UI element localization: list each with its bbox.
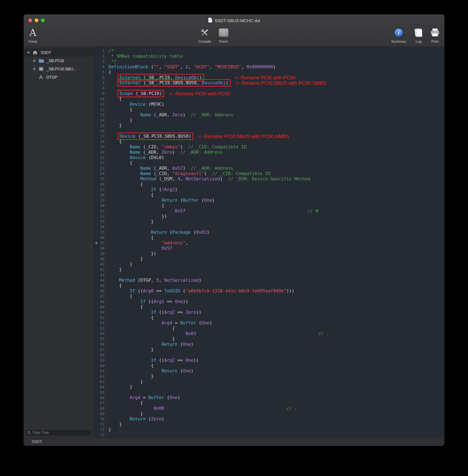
close-button[interactable] <box>28 18 32 22</box>
line-number: 2 <box>94 54 106 59</box>
code-text: Name (_ADR, Zero) // _ADR: Address <box>108 112 233 118</box>
line-number: 34 <box>94 224 106 230</box>
line-number: 32 <box>94 214 106 219</box>
code-text: If ((Arg2 == One)) <box>108 358 199 363</box>
toolbar-print-label: Print <box>430 40 440 44</box>
line-number: 39 <box>94 251 106 256</box>
rename-annotation: <- Rename PCI0 with PC00 <box>235 75 295 80</box>
code-line: 66 Arg4 = Buffer (One) <box>94 395 444 400</box>
toolbar-patch-button[interactable]: ⚙ Patch <box>219 26 228 44</box>
code-text: Return (One) <box>108 342 193 347</box>
disclosure-right-icon[interactable] <box>34 67 36 71</box>
code-line: 65 <box>94 390 444 395</box>
sidebar-item-sb-pci0[interactable]: _SB.PCI0 <box>24 57 93 65</box>
line-number: 47 <box>94 294 106 299</box>
code-text: "address", <box>108 240 188 246</box>
code-line: 21 Device (DVL0) <box>94 155 444 160</box>
code-line: 59 If ((Arg2 == One)) <box>94 358 444 363</box>
line-number: 6 <box>94 75 106 80</box>
sidebar-item-ssdt[interactable]: SSDT <box>24 48 93 57</box>
code-line: 58 <box>94 352 444 358</box>
code-line: 52 Arg4 = Buffer (One) <box>94 320 444 326</box>
code-text: Name (_ADR, 0x57) // _ADR: Address <box>108 165 233 171</box>
folder-icon <box>39 59 44 63</box>
line-number: 43 <box>94 272 106 278</box>
code-line: 71 } <box>94 422 444 427</box>
code-line: 46 If ((Arg0 == ToUUID ("a0b5b7c6-1318-4… <box>94 288 444 294</box>
line-number: 27 <box>94 187 106 192</box>
toolbar-log-button[interactable]: Log <box>414 26 423 44</box>
toolbar-compile-button[interactable]: Compile <box>198 26 211 44</box>
code-line: 39 }) <box>94 251 444 256</box>
tree-label-sb-pci0-sbus: _SB.PCI0.SBU... <box>46 67 76 71</box>
code-line: 36 { <box>94 235 444 240</box>
code-text: Return (Package (0x02) <box>108 230 209 235</box>
patch-icon: ⚙ <box>219 29 228 37</box>
code-text: { <box>108 235 154 240</box>
toolbar-print-button[interactable]: Print <box>430 26 440 44</box>
line-number: 19 <box>94 144 106 149</box>
code-line: 26 { <box>94 182 444 187</box>
disclosure-down-icon[interactable] <box>27 52 30 54</box>
sidebar-item-sb-pci0-sbus[interactable]: _SB.PCI0.SBU... <box>24 65 93 73</box>
code-text: /* <box>108 48 114 54</box>
code-text: { <box>108 294 132 299</box>
line-number: 9 <box>94 91 106 96</box>
code-line: 54 0x03 // . <box>94 331 444 336</box>
code-line: 32 }) <box>94 214 444 219</box>
device-icon <box>39 67 44 71</box>
code-line: 33 } <box>94 219 444 224</box>
line-number: 31 <box>94 208 106 214</box>
line-marker-dot <box>95 242 97 244</box>
line-number: 61 <box>94 368 106 374</box>
code-text: }) <box>108 214 167 219</box>
code-text: { <box>108 283 122 288</box>
sidebar-item-dtgp[interactable]: DTGP <box>24 73 93 81</box>
code-text: Device (DVL0) <box>108 155 164 160</box>
rename-annotation: <- Rename PCI0.SBUS with PC00.SMBS <box>198 134 289 139</box>
code-text: { <box>108 70 111 75</box>
minimize-button[interactable] <box>35 18 38 22</box>
code-text: } <box>108 411 143 416</box>
zoom-button[interactable] <box>41 18 45 22</box>
code-line: 3 */ <box>94 59 444 64</box>
code-line: 11 Device (MCHC) <box>94 102 444 107</box>
line-number: 1 <box>94 48 106 54</box>
tree-label-dtgp: DTGP <box>46 75 58 80</box>
line-number: 58 <box>94 352 106 358</box>
code-text: If ((Arg0 == ToUUID ("a0b5b7c6-1318-441c… <box>108 288 294 294</box>
code-text: External (_SB_.PCI0.SBUS.BUS0, DeviceObj… <box>108 80 231 86</box>
line-number: 14 <box>94 118 106 123</box>
code-text: { <box>108 326 175 331</box>
code-text: DefinitionBlock ("", "SSDT", 2, "ACDT", … <box>108 64 276 70</box>
code-lines: 1/*2 * SMBus compatibility table.3 */4De… <box>94 48 444 437</box>
toolbar-summary-button[interactable]: i Summary <box>391 26 406 44</box>
tree-label-ssdt: SSDT <box>41 50 51 55</box>
code-editor[interactable]: 1/*2 * SMBus compatibility table.3 */4De… <box>94 47 444 437</box>
toolbar-fonts-label: Fonts <box>29 40 37 44</box>
line-number: 63 <box>94 379 106 384</box>
code-line: 23 Name (_ADR, 0x57) // _ADR: Address <box>94 165 444 171</box>
line-number: 51 <box>94 315 106 320</box>
line-number: 65 <box>94 390 106 395</box>
code-line: 68 0x00 // . <box>94 406 444 411</box>
code-text: Return (One) <box>108 368 193 374</box>
line-number: 5 <box>94 70 106 75</box>
toolbar-fonts-button[interactable]: A Fonts <box>29 26 37 44</box>
code-text: { <box>108 107 132 112</box>
line-number: 44 <box>94 278 106 283</box>
disclosure-right-icon[interactable] <box>34 59 36 62</box>
line-number: 29 <box>94 198 106 203</box>
file-tree: SSDT _SB.PCI0 _SB.PCI0.SBU... <box>24 47 93 81</box>
code-line: 34 <box>94 224 444 230</box>
code-text: * SMBus compatibility table. <box>108 54 185 59</box>
line-number: 53 <box>94 326 106 331</box>
code-line: 22 { <box>94 160 444 165</box>
code-text: } <box>108 262 132 267</box>
line-number: 42 <box>94 267 106 272</box>
filter-tree-input[interactable] <box>25 430 92 436</box>
code-text: { <box>108 160 132 165</box>
line-number: 24 <box>94 171 106 176</box>
code-line: 19 Name (_CID, "smbus") // _CID: Compati… <box>94 144 444 149</box>
line-number: 17 <box>94 134 106 139</box>
